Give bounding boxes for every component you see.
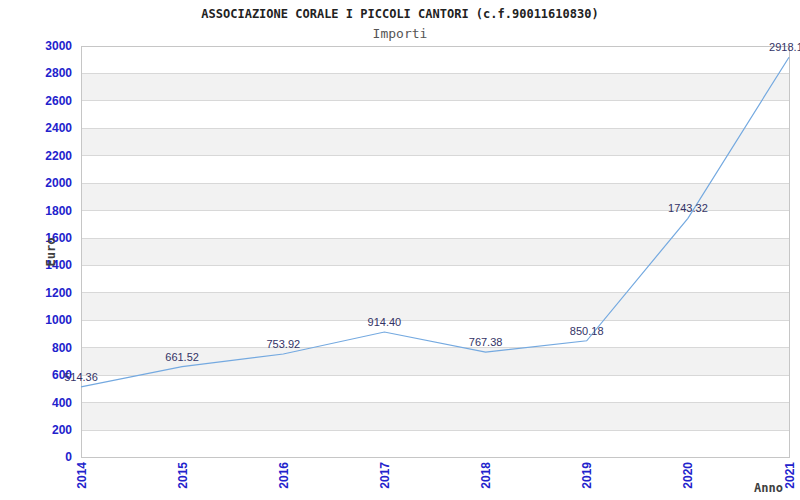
svg-text:1743.32: 1743.32 — [668, 202, 708, 214]
svg-text:850.18: 850.18 — [570, 325, 604, 337]
plot-generated: 0200400600800100012001400160018002000220… — [45, 39, 800, 489]
x-tick-labels: 20142015201620172018201920202021 — [75, 462, 797, 489]
svg-text:0: 0 — [65, 450, 72, 464]
svg-text:200: 200 — [52, 423, 72, 437]
bands-group — [81, 73, 789, 430]
series-line — [81, 57, 789, 387]
svg-text:2021: 2021 — [783, 462, 797, 489]
svg-text:2017: 2017 — [378, 462, 392, 489]
svg-text:2200: 2200 — [45, 149, 72, 163]
y-axis-title: Euro — [44, 238, 58, 267]
importi-line-chart: ASSOCIAZIONE CORALE I PICCOLI CANTORI (c… — [0, 0, 800, 500]
svg-text:400: 400 — [52, 396, 72, 410]
svg-text:1000: 1000 — [45, 313, 72, 327]
svg-text:2800: 2800 — [45, 66, 72, 80]
svg-text:2018: 2018 — [479, 462, 493, 489]
svg-text:1800: 1800 — [45, 204, 72, 218]
x-axis-title: Anno — [754, 481, 783, 495]
svg-text:2019: 2019 — [580, 462, 594, 489]
svg-text:2016: 2016 — [277, 462, 291, 489]
svg-text:2400: 2400 — [45, 121, 72, 135]
svg-text:2918.17: 2918.17 — [769, 41, 800, 53]
svg-text:914.40: 914.40 — [368, 316, 402, 328]
svg-text:514.36: 514.36 — [64, 371, 98, 383]
svg-text:2020: 2020 — [681, 462, 695, 489]
plot-area: 0200400600800100012001400160018002000220… — [0, 0, 800, 500]
svg-text:2014: 2014 — [75, 462, 89, 489]
svg-text:1200: 1200 — [45, 286, 72, 300]
svg-text:753.92: 753.92 — [266, 338, 300, 350]
svg-text:2600: 2600 — [45, 94, 72, 108]
svg-text:3000: 3000 — [45, 39, 72, 53]
svg-text:2015: 2015 — [176, 462, 190, 489]
svg-text:661.52: 661.52 — [165, 351, 199, 363]
svg-text:2000: 2000 — [45, 176, 72, 190]
svg-text:767.38: 767.38 — [469, 336, 503, 348]
svg-text:800: 800 — [52, 341, 72, 355]
